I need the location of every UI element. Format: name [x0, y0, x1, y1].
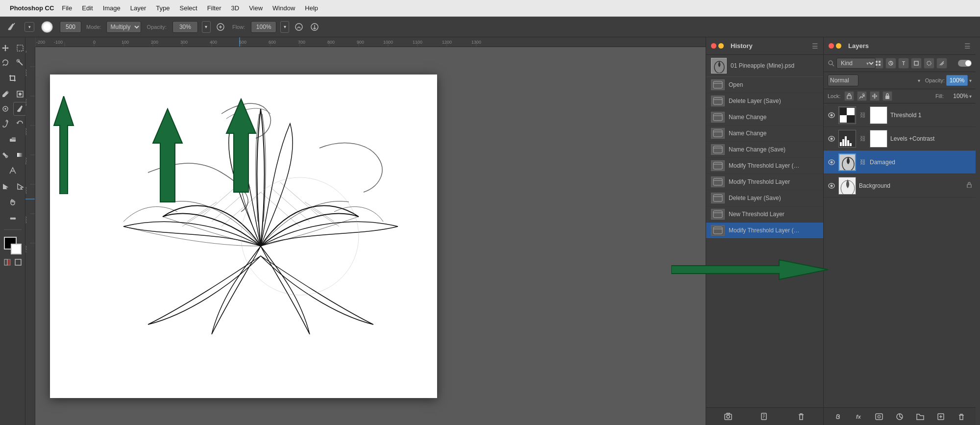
- layers-delete-btn[interactable]: [956, 411, 967, 423]
- menu-type[interactable]: Type: [152, 3, 173, 13]
- layer-name-background[interactable]: Background: [859, 182, 964, 189]
- filter-adjust-btn[interactable]: [885, 58, 896, 69]
- layer-item-threshold-1[interactable]: ⛓ Threshold 1: [824, 103, 976, 127]
- brush-options-toggle[interactable]: ▾: [24, 22, 34, 32]
- crop-tool[interactable]: [4, 71, 22, 86]
- brush-tool[interactable]: [13, 102, 27, 116]
- layer-name-damaged[interactable]: Damaged: [870, 159, 972, 166]
- opacity-dropdown[interactable]: ▾: [202, 21, 211, 33]
- layers-new-btn[interactable]: [935, 411, 947, 423]
- layer-name-threshold-1[interactable]: Threshold 1: [890, 112, 972, 119]
- history-new-snapshot-btn[interactable]: [722, 411, 734, 423]
- filter-kind-select[interactable]: Kind: [836, 58, 876, 69]
- filter-toggle[interactable]: [958, 60, 972, 67]
- more-tools[interactable]: •••: [4, 211, 22, 226]
- background-color[interactable]: [11, 244, 22, 254]
- blend-mode-select[interactable]: Normal: [828, 75, 858, 86]
- paint-bucket-tool[interactable]: [0, 148, 12, 162]
- menu-help[interactable]: Help: [301, 3, 322, 13]
- menu-file[interactable]: File: [58, 3, 76, 13]
- layers-fx-btn[interactable]: fx: [853, 411, 864, 423]
- layers-adjustment-btn[interactable]: [894, 411, 906, 423]
- history-delete-btn[interactable]: [795, 411, 807, 423]
- history-brush-tool[interactable]: [13, 117, 27, 130]
- menu-layer[interactable]: Layer: [126, 3, 150, 13]
- layer-visibility-threshold-1[interactable]: [828, 111, 835, 119]
- screen-mode[interactable]: [13, 257, 23, 267]
- pen-tool[interactable]: [4, 163, 22, 178]
- lock-transparent-btn[interactable]: [844, 91, 854, 101]
- history-item-open[interactable]: Open: [706, 77, 823, 93]
- layers-link-btn[interactable]: [832, 411, 844, 423]
- history-item-delete-2[interactable]: Delete Layer (Save): [706, 190, 823, 206]
- history-item-namechange-1[interactable]: Name Change: [706, 109, 823, 125]
- layer-link-damaged[interactable]: ⛓: [859, 158, 867, 166]
- spot-healing-tool[interactable]: [0, 102, 12, 116]
- direct-selection-tool[interactable]: [13, 179, 27, 193]
- brush-tool-icon[interactable]: [4, 20, 19, 34]
- filter-shape-btn[interactable]: [911, 58, 922, 69]
- mode-select[interactable]: Multiply: [106, 21, 141, 33]
- layers-panel-menu[interactable]: ☰: [964, 42, 971, 50]
- history-panel-menu[interactable]: ☰: [812, 42, 818, 50]
- layers-close-btn[interactable]: [829, 43, 834, 49]
- menu-select[interactable]: Select: [175, 3, 201, 13]
- layer-link-levels[interactable]: ⛓: [859, 135, 867, 143]
- history-snapshot-item[interactable]: 01 Pineapple (Mine).psd: [706, 55, 823, 77]
- lock-position-btn[interactable]: [870, 91, 880, 101]
- opacity-dropdown-arrow[interactable]: ▾: [969, 78, 972, 83]
- marquee-tool[interactable]: [13, 41, 27, 55]
- filter-effect-btn[interactable]: [936, 58, 947, 69]
- fill-value[interactable]: 100%: [947, 93, 968, 100]
- layer-item-damaged[interactable]: ⛓ Damaged: [824, 150, 976, 174]
- smooth-icon[interactable]: [293, 21, 305, 33]
- airbrush-icon[interactable]: [215, 21, 226, 33]
- magic-wand-tool[interactable]: [13, 56, 27, 70]
- quick-mask-mode[interactable]: [2, 257, 12, 267]
- move-tool[interactable]: [0, 41, 12, 55]
- canvas-area[interactable]: -200 -100 0 100 200 300 400 500 600 700: [25, 37, 706, 425]
- flow-dropdown[interactable]: ▾: [280, 21, 289, 33]
- menu-filter[interactable]: Filter: [203, 3, 225, 13]
- filter-smart-btn[interactable]: [924, 58, 934, 69]
- layer-item-levels-contrast[interactable]: ⛓ Levels +Contrast: [824, 127, 976, 150]
- layer-visibility-damaged[interactable]: [828, 158, 835, 166]
- tablet-pressure-icon[interactable]: [309, 21, 320, 33]
- eyedropper-tool[interactable]: [0, 87, 12, 101]
- history-item-modify-thresh-1[interactable]: Modify Threshold Layer (…: [706, 158, 823, 174]
- canvas-viewport[interactable]: [35, 47, 706, 425]
- brush-preview[interactable]: [41, 21, 53, 33]
- history-item-delete-1[interactable]: Delete Layer (Save): [706, 93, 823, 109]
- history-item-modify-thresh-2[interactable]: Modify Threshold Layer: [706, 174, 823, 190]
- flow-value-box[interactable]: 100%: [251, 21, 276, 33]
- history-item-namechange-2[interactable]: Name Change: [706, 125, 823, 142]
- history-close-btn[interactable]: [711, 43, 716, 49]
- gradient-tool[interactable]: [13, 148, 27, 162]
- layer-link-threshold-1[interactable]: ⛓: [859, 111, 867, 119]
- hand-tool[interactable]: [4, 194, 22, 210]
- history-minimize-btn[interactable]: [718, 43, 724, 49]
- layer-visibility-levels[interactable]: [828, 135, 835, 143]
- filter-type-btn[interactable]: T: [898, 58, 909, 69]
- history-new-doc-btn[interactable]: [759, 411, 770, 423]
- layers-group-btn[interactable]: [914, 411, 926, 423]
- menu-image[interactable]: Image: [99, 3, 124, 13]
- layers-mask-btn[interactable]: [873, 411, 885, 423]
- clone-stamp-tool[interactable]: [0, 117, 12, 130]
- layer-item-background[interactable]: Background: [824, 174, 976, 198]
- menu-edit[interactable]: Edit: [78, 3, 97, 13]
- layers-minimize-btn[interactable]: [836, 43, 841, 49]
- path-selection-tool[interactable]: [0, 179, 12, 193]
- lock-all-btn[interactable]: [882, 91, 892, 101]
- opacity-value[interactable]: 100%: [946, 75, 968, 86]
- layer-visibility-background[interactable]: [828, 182, 835, 190]
- menu-window[interactable]: Window: [269, 3, 299, 13]
- history-item-new-thresh[interactable]: New Threshold Layer: [706, 206, 823, 223]
- opacity-value-box[interactable]: 30%: [172, 21, 198, 33]
- fill-dropdown[interactable]: ▾: [969, 94, 972, 99]
- layer-name-levels[interactable]: Levels +Contrast: [890, 135, 972, 142]
- lasso-tool[interactable]: [0, 56, 12, 70]
- canvas-document[interactable]: [50, 75, 437, 398]
- menu-3d[interactable]: 3D: [227, 3, 244, 13]
- eraser-tool[interactable]: [4, 131, 22, 147]
